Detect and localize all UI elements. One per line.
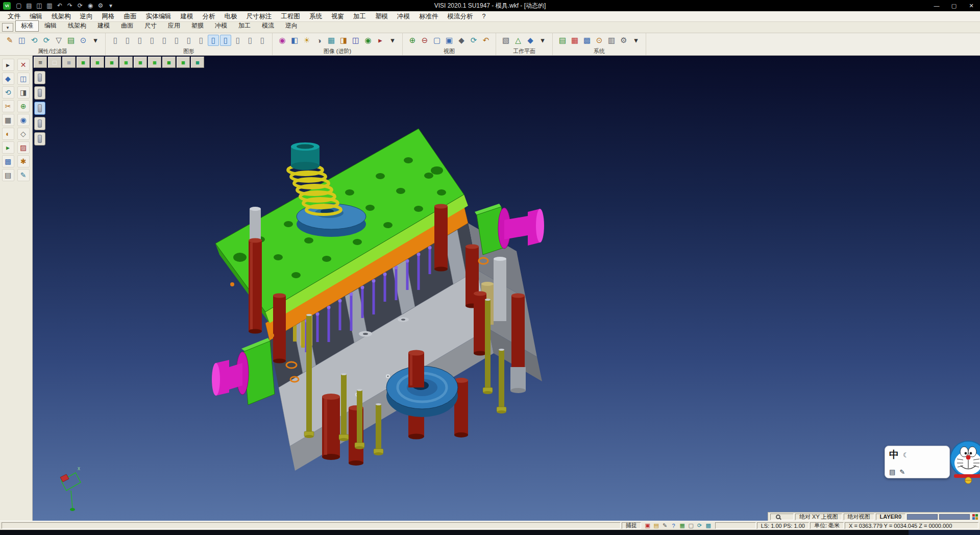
workplane-options-icon[interactable]: ▾ <box>537 35 548 46</box>
workplane-3point-icon[interactable]: △ <box>512 35 524 46</box>
rotate-icon[interactable]: ⟲ <box>2 86 14 99</box>
stereo-view-icon[interactable]: ◫ <box>350 35 361 46</box>
select-arrow-icon[interactable]: ▸ <box>2 59 14 71</box>
help-indicator-icon[interactable]: ? <box>670 522 678 529</box>
stored-view-3[interactable] <box>34 102 45 115</box>
swap-entities-icon[interactable]: ⟲ <box>29 35 40 46</box>
menu-item[interactable]: 加工 <box>349 12 371 21</box>
menu-item[interactable]: 模流分析 <box>443 12 478 21</box>
preferences-icon[interactable]: ⚙ <box>618 35 629 46</box>
tab-modeling[interactable]: 建模 <box>92 20 115 32</box>
menu-item[interactable]: 曲面 <box>119 12 141 21</box>
menu-item[interactable]: 塑模 <box>371 12 393 21</box>
shadow-icon[interactable]: ◑ <box>313 35 325 46</box>
print-icon[interactable]: ▥ <box>44 0 55 11</box>
new-file-icon[interactable]: ▢ <box>14 0 24 11</box>
graphic-slot-5-icon[interactable]: ▯ <box>159 35 170 46</box>
menu-item[interactable]: 文件 <box>3 12 25 21</box>
system-options-icon[interactable]: ▾ <box>630 35 642 46</box>
filter-options-icon[interactable]: ▾ <box>90 35 101 46</box>
properties-icon[interactable]: ✎ <box>17 169 30 181</box>
ime-mode-toggle[interactable]: 中 <box>889 448 899 461</box>
menu-item[interactable]: 尺寸标注 <box>242 12 277 21</box>
tab-surface[interactable]: 曲面 <box>115 20 139 32</box>
color-table-icon[interactable]: ▦ <box>569 35 580 46</box>
menu-item[interactable]: 标准件 <box>414 12 443 21</box>
snap-settings-icon[interactable]: ⊙ <box>594 35 605 46</box>
copy-icon[interactable]: ◫ <box>17 72 30 85</box>
workplane-grid-icon[interactable]: ▧ <box>500 35 511 46</box>
capture-icon[interactable]: ◉ <box>362 35 374 46</box>
tab-standard[interactable]: 标准 <box>15 20 39 32</box>
lighting-icon[interactable]: ☀ <box>301 35 312 46</box>
graphic-slot-11-icon[interactable]: ▯ <box>232 35 243 46</box>
maximize-button[interactable]: ▢ <box>945 0 963 11</box>
tab-flow[interactable]: 模流 <box>256 20 280 32</box>
image-options-icon[interactable]: ▾ <box>387 35 398 46</box>
quickbar-options-icon[interactable]: ▾ <box>106 0 116 11</box>
os-taskbar[interactable] <box>0 530 980 535</box>
ime-fullhalf-icon[interactable]: ☾ <box>903 451 909 459</box>
zoom-in-icon[interactable]: ⊕ <box>407 35 418 46</box>
materials-icon[interactable]: ◧ <box>289 35 300 46</box>
taskbar-tray[interactable] <box>909 530 980 535</box>
view-front-icon[interactable]: ■ <box>105 57 118 68</box>
menu-item[interactable]: 网格 <box>97 12 119 21</box>
redo-icon[interactable]: ↷ <box>65 0 75 11</box>
ortho-indicator-icon[interactable]: ✎ <box>661 522 669 529</box>
tab-wireframe[interactable]: 线架构 <box>62 20 92 32</box>
stored-view-2[interactable] <box>34 86 45 100</box>
menu-item[interactable]: 系统 <box>305 12 327 21</box>
graphic-slot-10-icon[interactable]: ▯ <box>220 35 231 46</box>
stored-view-1[interactable] <box>34 71 45 84</box>
zoom-window-icon[interactable]: ▢ <box>431 35 443 46</box>
save-icon[interactable]: ◫ <box>34 0 44 11</box>
ime-status-box[interactable]: 中 ☾ ▤✎ <box>885 446 950 478</box>
zoom-out-icon[interactable]: ⊖ <box>419 35 430 46</box>
explode-icon[interactable]: ✱ <box>17 155 30 167</box>
menu-item[interactable]: 冲模 <box>393 12 414 21</box>
redraw-indicator-icon[interactable]: ⟳ <box>696 522 704 529</box>
edit-attributes-icon[interactable]: ✎ <box>4 35 15 46</box>
group-icon[interactable]: ▩ <box>2 155 14 167</box>
selection-filter-icon[interactable]: ⊙ <box>78 35 89 46</box>
menu-item[interactable]: 逆向 <box>76 12 97 21</box>
graphic-slot-12-icon[interactable]: ▯ <box>244 35 256 46</box>
close-button[interactable]: ✕ <box>963 0 980 11</box>
render-mode-icon[interactable]: ◉ <box>277 35 288 46</box>
graphic-slot-9-icon[interactable]: ▯ <box>208 35 219 46</box>
layer-filter-icon[interactable]: ▤ <box>65 35 77 46</box>
menu-item[interactable]: 实体编辑 <box>141 12 176 21</box>
pan-icon[interactable]: ◆ <box>456 35 467 46</box>
refresh-icon[interactable]: ⟳ <box>75 0 85 11</box>
filter-funnel-icon[interactable]: ▽ <box>53 35 64 46</box>
previous-view-icon[interactable]: ↶ <box>480 35 492 46</box>
graphic-slot-4-icon[interactable]: ▯ <box>146 35 158 46</box>
menu-item[interactable]: 编辑 <box>25 12 47 21</box>
view-mode-label[interactable]: 绝对 XY 上视图 <box>795 514 842 520</box>
grid-indicator-icon[interactable]: ▤ <box>652 522 660 529</box>
settings-icon[interactable]: ⚙ <box>95 0 106 11</box>
3d-viewport[interactable]: x ≡□■■■■■■■■■■ 中 ☾ ▤✎ <box>33 56 980 521</box>
tab-application[interactable]: 应用 <box>162 20 186 32</box>
color-swatch[interactable] <box>907 514 938 520</box>
view-dynamic-icon[interactable]: ■ <box>191 57 204 68</box>
layer-badge[interactable]: LAYER0 <box>876 514 905 520</box>
grid-settings-icon[interactable]: ▩ <box>581 35 593 46</box>
graphic-slot-8-icon[interactable]: ▯ <box>195 35 207 46</box>
view-reference-label[interactable]: 绝对视图 <box>844 514 874 520</box>
zoom-extents-icon[interactable]: ▣ <box>444 35 455 46</box>
menu-item[interactable]: 电极 <box>220 12 242 21</box>
tab-stamping[interactable]: 冲模 <box>209 20 233 32</box>
move-icon[interactable]: ◆ <box>2 72 14 85</box>
tab-dimension[interactable]: 尺寸 <box>139 20 162 32</box>
database-icon[interactable]: ▥ <box>606 35 617 46</box>
chamfer-icon[interactable]: ◇ <box>17 128 30 140</box>
section-view-icon[interactable]: ◨ <box>338 35 349 46</box>
filter-indicator-icon[interactable]: ▩ <box>704 522 713 529</box>
snapshot-icon[interactable]: ◉ <box>85 0 95 11</box>
ime-keyboard-icon[interactable]: ▤ <box>889 468 895 476</box>
menu-item[interactable]: 分析 <box>198 12 220 21</box>
graphic-slot-2-icon[interactable]: ▯ <box>122 35 133 46</box>
viewbar-menu-icon[interactable]: ≡ <box>34 57 47 68</box>
